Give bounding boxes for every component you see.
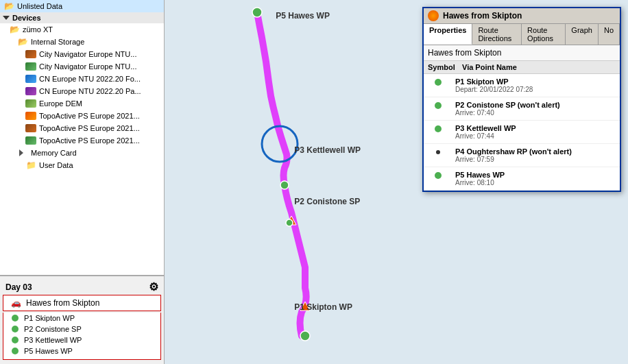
memory-card-icon [16, 148, 29, 158]
map-icon-6 [25, 123, 37, 133]
row-sub-4: Arrive: 08:10 [455, 179, 505, 186]
left-panel: Unlisted Data Devices zümo XT Internal S… [0, 0, 165, 364]
col-header-name: Via Point Name [462, 63, 616, 71]
row-name-0: P1 Skipton WP [455, 77, 533, 86]
row-dot-4 [435, 172, 442, 179]
map-icon-1 [25, 62, 37, 71]
devices-label: Devices [12, 14, 41, 22]
dialog-row-0[interactable]: P1 Skipton WP Depart: 20/01/2022 07:28 [424, 74, 620, 97]
tree-map-6[interactable]: TopoActive PS Europe 2021... [0, 122, 164, 134]
file-tree: Unlisted Data Devices zümo XT Internal S… [0, 0, 164, 276]
dialog-row-4[interactable]: P5 Hawes WP Arrive: 08:10 [424, 167, 620, 191]
map-icon-0 [25, 49, 37, 59]
tree-memory-card[interactable]: Memory Card [0, 147, 164, 159]
dialog-row-1[interactable]: P2 Conistone SP (won't alert) Arrive: 07… [424, 97, 620, 121]
user-data-icon [25, 160, 37, 170]
row-content-2: P3 Kettlewell WP Arrive: 07:44 [455, 124, 516, 140]
device-icon [8, 25, 21, 34]
dialog-row-2[interactable]: P3 Kettlewell WP Arrive: 07:44 [424, 121, 620, 144]
memory-card-label: Memory Card [31, 149, 77, 157]
dialog-title-icon [428, 10, 439, 21]
waypoint-1[interactable]: P2 Conistone SP [3, 324, 160, 335]
map-label-3: CN Europe NTU 2022.20 Pa... [39, 87, 141, 95]
tree-internal-storage[interactable]: Internal Storage [0, 36, 164, 48]
folder-icon [3, 1, 15, 11]
row-content-3: P4 Oughtershaw RP (won't alert) Arrive: … [455, 147, 572, 163]
route-vehicle-icon: 🚗 [9, 298, 23, 308]
row-sub-0: Depart: 20/01/2022 07:28 [455, 86, 533, 93]
tree-user-data[interactable]: User Data [0, 159, 164, 171]
tree-map-0[interactable]: City Navigator Europe NTU... [0, 48, 164, 60]
tree-unlisted-data[interactable]: Unlisted Data [0, 0, 164, 12]
route-dialog: Hawes from Skipton Properties Route Dire… [422, 7, 621, 192]
row-sub-2: Arrive: 07:44 [455, 132, 516, 140]
col-header-symbol: Symbol [428, 63, 462, 71]
map-label-2: CN Europe NTU 2022.20 Fo... [39, 75, 141, 83]
map-label-7: TopoActive PS Europe 2021... [39, 136, 140, 145]
row-dot-0 [435, 79, 442, 86]
row-sub-1: Arrive: 07:40 [455, 109, 560, 117]
dialog-row-3[interactable]: P4 Oughtershaw RP (won't alert) Arrive: … [424, 144, 620, 167]
internal-storage-label: Internal Storage [31, 38, 84, 46]
wp-dot-2 [12, 337, 19, 343]
map-icon-4 [25, 99, 37, 108]
zumo-label: zümo XT [23, 25, 53, 34]
gear-icon[interactable]: ⚙ [149, 280, 158, 293]
map-icon-2 [25, 74, 37, 84]
row-name-2: P3 Kettlewell WP [455, 124, 516, 132]
day-header: Day 03 ⚙ [0, 279, 164, 295]
waypoint-list: P1 Skipton WP P2 Conistone SP P3 Kettlew… [3, 313, 161, 360]
row-name-3: P4 Oughtershaw RP (won't alert) [455, 147, 572, 156]
wp-dot-1 [12, 326, 19, 332]
route-name: Hawes from Skipton [26, 298, 99, 308]
row-content-4: P5 Hawes WP Arrive: 08:10 [455, 171, 505, 186]
row-dot-3 [436, 150, 440, 154]
map-icon-5 [25, 111, 37, 121]
wp-label-0: P1 Skipton WP [24, 314, 75, 322]
map-icon-7 [25, 136, 37, 145]
svg-point-5 [300, 331, 310, 341]
tab-route-options[interactable]: Route Options [522, 24, 566, 45]
storage-icon [16, 37, 29, 47]
wp-dot-3 [12, 348, 19, 354]
expand-icon [3, 16, 10, 20]
row-dot-1 [435, 102, 442, 109]
dialog-title: Hawes from Skipton [443, 11, 522, 21]
row-content-1: P2 Conistone SP (won't alert) Arrive: 07… [455, 101, 560, 117]
row-sub-3: Arrive: 07:59 [455, 156, 572, 163]
row-dot-2 [435, 125, 442, 132]
waypoint-3[interactable]: P5 Hawes WP [3, 345, 160, 356]
waypoint-0[interactable]: P1 Skipton WP [3, 313, 160, 324]
svg-point-1 [252, 8, 262, 17]
tab-route-directions[interactable]: Route Directions [472, 24, 522, 45]
row-name-4: P5 Hawes WP [455, 171, 505, 179]
wp-label-1: P2 Conistone SP [24, 325, 82, 333]
map-area: P5 Hawes WP P3 Kettlewell WP P2 Coniston… [165, 0, 628, 364]
tree-map-2[interactable]: CN Europe NTU 2022.20 Fo... [0, 73, 164, 85]
tree-map-1[interactable]: City Navigator Europe NTU... [0, 60, 164, 73]
row-name-1: P2 Conistone SP (won't alert) [455, 101, 560, 109]
map-icon-3 [25, 86, 37, 96]
waypoint-2[interactable]: P3 Kettlewell WP [3, 335, 160, 345]
map-label-0: City Navigator Europe NTU... [39, 50, 136, 58]
devices-section: Devices [0, 12, 164, 23]
tree-zumo-xt[interactable]: zümo XT [0, 23, 164, 36]
tab-no[interactable]: No [599, 24, 620, 45]
route-item[interactable]: 🚗 Hawes from Skipton [3, 295, 161, 311]
wp-label-2: P3 Kettlewell WP [24, 336, 82, 344]
map-label-4: Europe DEM [39, 99, 82, 108]
tree-map-7[interactable]: TopoActive PS Europe 2021... [0, 134, 164, 147]
svg-point-6 [280, 181, 289, 189]
tree-map-5[interactable]: TopoActive PS Europe 2021... [0, 110, 164, 122]
dialog-titlebar: Hawes from Skipton [424, 8, 620, 24]
tree-map-3[interactable]: CN Europe NTU 2022.20 Pa... [0, 85, 164, 97]
tree-map-4[interactable]: Europe DEM [0, 97, 164, 110]
tab-properties[interactable]: Properties [424, 24, 472, 45]
day-label: Day 03 [5, 282, 32, 292]
dialog-table-header: Symbol Via Point Name [424, 61, 620, 74]
dialog-route-name-field[interactable]: Hawes from Skipton [424, 45, 620, 61]
tab-graph[interactable]: Graph [566, 24, 599, 45]
wp-label-3: P5 Hawes WP [24, 347, 73, 355]
dialog-tabs: Properties Route Directions Route Option… [424, 24, 620, 45]
map-label-5: TopoActive PS Europe 2021... [39, 112, 140, 120]
